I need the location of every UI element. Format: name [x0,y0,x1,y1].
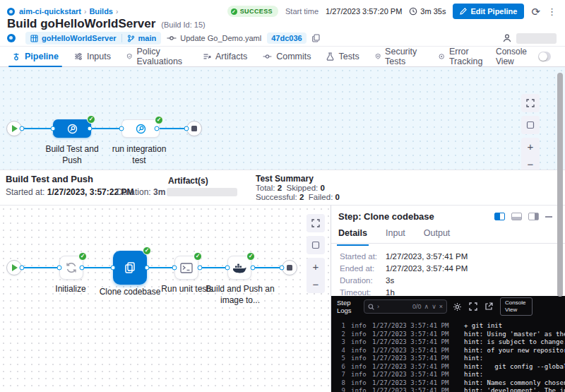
stage-execution-graph: ✓ ✓ Build Test and Push run integration … [0,67,565,170]
console-view-button[interactable]: Console View [500,297,533,316]
build-tabbar: Pipeline Inputs Policy Evaluations Artif… [0,47,565,67]
zoom-in-button[interactable]: + [307,258,325,275]
breadcrumb-project[interactable]: aim-ci-quickstart [19,7,81,16]
refresh-icon[interactable]: ⟳ [531,6,540,17]
edit-pipeline-label: Edit Pipeline [470,7,517,16]
step-panel-title: Step: Clone codebase [338,211,434,222]
console-view-label: Console View [496,47,533,66]
connector-dot [51,126,56,131]
step-node-run-unit-tests[interactable]: ✓ [174,256,198,280]
inputs-icon [74,52,83,61]
graph-edge [82,267,112,268]
harness-logo-icon [7,34,16,42]
tab-label: Policy Evaluations [136,47,187,66]
panel-layout-controls [494,213,552,220]
tab-security-tests[interactable]: Security Tests [367,47,432,66]
title-row: Build goHelloWorldServer (Build Id: 15) [7,17,206,31]
commit-sha-link[interactable]: 47dc036 [267,32,306,44]
repo-link[interactable]: goHelloWorldServer [42,34,117,42]
console-view-toggle[interactable] [538,52,551,61]
layout-split-view-icon[interactable] [494,213,505,220]
tab-label: Artifacts [215,52,247,61]
kebab-menu-icon[interactable]: ⋮ [547,7,557,16]
search-next-icon[interactable]: ∨ [432,303,436,310]
user-icon [502,33,512,43]
branch-link[interactable]: main [138,34,157,42]
stage-label: Build Test and Push [38,143,106,166]
log-row: 4info1/27/2023 3:57:41 PMhint: of your n… [334,347,565,355]
tab-commits[interactable]: Commits [255,47,319,66]
tab-policy-evaluations[interactable]: Policy Evaluations [119,47,195,66]
tab-tests[interactable]: Tests [319,47,367,66]
elapsed-time: 3m 35s [420,7,446,16]
initialize-sync-icon [65,261,78,274]
connector-dot [225,266,230,271]
settings-gear-icon[interactable] [453,302,462,311]
tab-details[interactable]: Details [338,228,367,243]
layout-right-view-icon[interactable] [528,213,539,220]
commit-icon [167,35,177,42]
connector-dot [20,266,25,271]
tab-input[interactable]: Input [386,228,405,243]
log-search-input[interactable]: › 0/0 ∧ ∨ × [364,299,447,314]
breadcrumb-separator: › [116,8,118,16]
log-row: 7info1/27/2023 3:57:41 PMhint: [334,371,565,379]
artifact-link-redacted[interactable] [167,188,237,196]
zoom-in-button[interactable]: + [521,138,540,155]
stage-started-at: Started at: 1/27/2023, 3:57:22 PM [6,187,133,197]
search-prompt: › [377,303,379,310]
tab-inputs[interactable]: Inputs [66,47,119,66]
tests-flask-icon [326,52,334,61]
tab-artifacts[interactable]: Artifacts [195,47,255,66]
zoom-out-button[interactable]: − [307,275,325,293]
log-lines[interactable]: 1info1/27/2023 3:57:41 PM+ git init 2inf… [331,317,565,392]
edit-pipeline-button[interactable]: Edit Pipeline [453,4,524,19]
graph-edge [147,267,174,268]
status-badge: ✓ SUCCESS [227,6,278,17]
tab-pipeline[interactable]: Pipeline [4,47,66,66]
log-row: 3info1/27/2023 3:57:41 PMhint: is subjec… [334,338,565,347]
page-scrollbar[interactable] [557,73,563,297]
error-tracking-icon [439,52,444,61]
app-root: aim-ci-quickstart › Builds › ✓ SUCCESS S… [0,0,565,392]
repo-grid-icon [30,35,38,42]
fullscreen-icon[interactable] [469,302,477,311]
log-row: 2info1/27/2023 3:57:41 PMhint: Using 'ma… [334,331,565,339]
detail-row: Ended at:1/27/2023, 3:57:44 PM [340,264,552,273]
header-actions: ✓ SUCCESS Start time 1/27/2023 3:57:20 P… [227,4,557,19]
fullscreen-button[interactable] [307,214,325,232]
log-row: 9info1/27/2023 3:57:41 PMhint: 'developm… [334,387,565,392]
graph-edge [200,267,227,268]
ci-stage-icon [136,124,146,134]
tab-error-tracking[interactable]: Error Tracking [431,47,495,66]
minimize-icon[interactable] [545,216,552,218]
step-node-build-and-push-image[interactable]: ✓ [227,256,251,280]
connector-dot [20,126,25,131]
connector-dot [251,266,256,271]
test-summary-title: Test Summary [256,174,314,184]
terminal-icon [180,263,193,273]
repo-branch-pill: goHelloWorldServer main [25,32,161,44]
layout-bottom-view-icon[interactable] [511,213,522,220]
connector-dot [145,266,150,271]
tab-output[interactable]: Output [424,228,451,243]
copy-icon[interactable] [312,34,320,42]
search-prev-icon[interactable]: ∧ [424,303,429,310]
log-row: 6info1/27/2023 3:57:41 PMhint: git confi… [334,363,565,372]
fit-to-view-button[interactable] [307,236,325,254]
stage-node-build-test-and-push[interactable]: ✓ [53,119,91,138]
commit-message-text: Update Go_Demo.yaml [180,34,261,42]
search-close-icon[interactable]: × [439,303,443,310]
external-link-icon[interactable] [484,302,493,311]
pipeline-icon [12,52,20,61]
success-check-icon: ✓ [155,116,163,124]
fullscreen-button[interactable] [521,94,540,112]
fit-to-view-button[interactable] [521,116,540,134]
clone-codebase-icon [122,260,138,275]
step-node-clone-codebase[interactable]: ✓ [113,251,147,285]
connector-dot [184,126,189,131]
stage-graph-controls: + − [521,94,540,173]
artifacts-icon [203,52,211,61]
search-icon [368,304,374,310]
breadcrumb-builds[interactable]: Builds [89,7,113,16]
